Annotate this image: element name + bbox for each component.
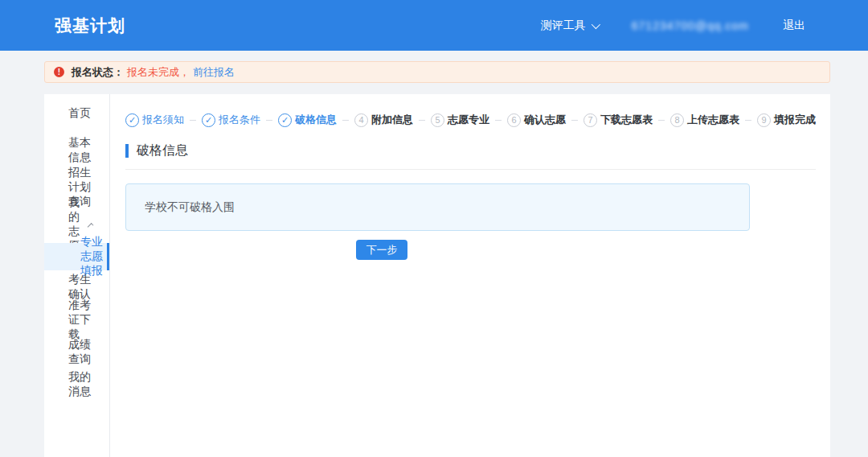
registration-status-alert: ! 报名状态： 报名未完成， 前往报名 bbox=[44, 61, 830, 83]
step-number: 6 bbox=[507, 113, 521, 127]
step-connector bbox=[266, 120, 272, 121]
sidebar-item-label: 准考证下载 bbox=[68, 298, 93, 342]
sidebar-item-label: 首页 bbox=[68, 106, 91, 121]
stepper-step-8: 8 上传志愿表 bbox=[670, 113, 739, 127]
sidebar: 首页 基本信息 招生计划查询 我的志愿 专业志愿填报 考生确认 准考证下载 成绩… bbox=[44, 94, 110, 457]
step-number: 8 bbox=[670, 113, 684, 127]
stepper-step-4: 4 附加信息 bbox=[354, 113, 413, 127]
step-label: 填报完成 bbox=[774, 113, 816, 127]
step-connector bbox=[495, 120, 502, 121]
app-title: 强基计划 bbox=[55, 14, 125, 37]
page-title: 破格信息 bbox=[137, 142, 188, 159]
sidebar-item-score-query[interactable]: 成绩查询 bbox=[44, 336, 109, 368]
section-header: 破格信息 bbox=[125, 142, 816, 159]
sidebar-item-label: 考生确认 bbox=[68, 273, 93, 302]
step-connector bbox=[342, 120, 349, 121]
stepper-step-6: 6 确认志愿 bbox=[507, 113, 566, 127]
check-icon: ✓ bbox=[278, 113, 292, 127]
step-label: 上传志愿表 bbox=[687, 113, 739, 127]
go-register-link[interactable]: 前往报名 bbox=[193, 65, 235, 80]
top-bar: 强基计划 测评工具 671234700@qq.com 退出 bbox=[0, 0, 868, 51]
step-number: 9 bbox=[757, 113, 771, 127]
main-card: 首页 基本信息 招生计划查询 我的志愿 专业志愿填报 考生确认 准考证下载 成绩… bbox=[44, 94, 830, 457]
step-connector bbox=[571, 120, 578, 121]
stepper-step-7: 7 下载志愿表 bbox=[583, 113, 653, 127]
evaluation-tools-label: 测评工具 bbox=[541, 19, 586, 33]
chevron-down-icon bbox=[592, 19, 600, 28]
notice-text: 学校不可破格入围 bbox=[145, 200, 235, 215]
user-email-masked: 671234700@qq.com bbox=[632, 19, 749, 32]
status-label: 报名状态： bbox=[72, 65, 124, 80]
step-label: 破格信息 bbox=[295, 113, 337, 127]
step-label: 下载志愿表 bbox=[600, 113, 653, 127]
warning-icon: ! bbox=[54, 67, 64, 77]
sidebar-item-admission-ticket-download[interactable]: 准考证下载 bbox=[44, 304, 109, 336]
stepper-step-9: 9 填报完成 bbox=[757, 113, 816, 127]
sidebar-item-home[interactable]: 首页 bbox=[44, 95, 109, 132]
sidebar-item-label: 我的消息 bbox=[68, 370, 93, 399]
stepper-step-3: ✓ 破格信息 bbox=[278, 113, 337, 127]
step-number: 7 bbox=[583, 113, 597, 127]
step-label: 报名须知 bbox=[142, 113, 184, 127]
step-label: 确认志愿 bbox=[524, 113, 566, 127]
check-icon: ✓ bbox=[125, 113, 139, 127]
divider bbox=[125, 169, 816, 170]
notice-box: 学校不可破格入围 bbox=[125, 183, 750, 231]
step-number: 5 bbox=[431, 113, 444, 127]
progress-stepper: ✓ 报名须知 ✓ 报名条件 ✓ 破格信息 4 附加信息 5 志愿专业 bbox=[125, 113, 816, 127]
content-area: ✓ 报名须知 ✓ 报名条件 ✓ 破格信息 4 附加信息 5 志愿专业 bbox=[110, 94, 830, 457]
next-step-button[interactable]: 下一步 bbox=[356, 240, 407, 260]
step-connector bbox=[419, 120, 425, 121]
step-number: 4 bbox=[354, 113, 368, 127]
check-icon: ✓ bbox=[202, 113, 215, 127]
logout-button[interactable]: 退出 bbox=[783, 19, 805, 33]
stepper-step-2: ✓ 报名条件 bbox=[202, 113, 260, 127]
top-bar-right: 测评工具 671234700@qq.com 退出 bbox=[541, 19, 805, 33]
step-label: 报名条件 bbox=[219, 113, 260, 127]
step-connector bbox=[745, 120, 751, 121]
title-accent-bar bbox=[125, 144, 129, 158]
step-connector bbox=[658, 120, 665, 121]
sidebar-item-basic-info[interactable]: 基本信息 bbox=[44, 132, 109, 169]
sidebar-item-my-messages[interactable]: 我的消息 bbox=[44, 368, 109, 401]
step-label: 志愿专业 bbox=[448, 113, 489, 127]
stepper-step-1: ✓ 报名须知 bbox=[125, 113, 184, 127]
sidebar-item-label: 成绩查询 bbox=[68, 338, 93, 367]
sidebar-item-major-application[interactable]: 专业志愿填报 bbox=[44, 243, 109, 270]
step-connector bbox=[190, 120, 196, 121]
evaluation-tools-dropdown[interactable]: 测评工具 bbox=[541, 19, 598, 33]
status-value: 报名未完成， bbox=[127, 65, 190, 80]
step-label: 附加信息 bbox=[371, 113, 413, 127]
stepper-step-5: 5 志愿专业 bbox=[431, 113, 489, 127]
sidebar-item-label: 基本信息 bbox=[68, 136, 93, 165]
